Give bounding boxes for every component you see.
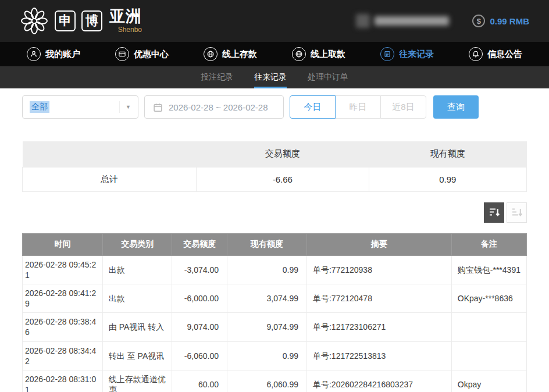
summary-total-row: 总计 -6.66 0.99 (23, 167, 527, 191)
nav-promo-center[interactable]: 优惠中心 (115, 47, 169, 61)
table-cell: 单号:772120938 (306, 255, 451, 284)
summary-header-trade-amount: 交易额度 (197, 141, 369, 167)
user-identity-redacted (356, 14, 449, 28)
nav-online-withdraw[interactable]: 线上取款 (292, 47, 345, 61)
sort-ascending-icon (511, 206, 523, 218)
summary-total-trade: -6.66 (197, 167, 369, 191)
balance-amount: 0.99 RMB (490, 16, 529, 26)
table-cell: 60.00 (172, 370, 227, 392)
table-cell: 3,074.99 (227, 284, 306, 312)
summary-table: 交易额度 现有额度 总计 -6.66 0.99 (22, 141, 527, 192)
table-cell: 9,074.99 (227, 313, 306, 341)
nav-my-account[interactable]: 我的账户 (27, 47, 80, 61)
col-header-summary: 摘要 (306, 233, 451, 255)
table-cell: 由 PA视讯 转入 (102, 313, 172, 341)
transactions-tbody: 2026-02-28 09:45:21出款-3,074.000.99单号:772… (23, 255, 527, 392)
transaction-record-icon (380, 47, 394, 61)
table-cell: Okpay (451, 370, 526, 392)
nav-label: 线上存款 (222, 49, 257, 60)
table-cell: 单号:202602284216803237 (306, 370, 451, 392)
table-cell: 2026-02-28 09:45:21 (23, 255, 103, 284)
table-cell: 2026-02-28 08:34:42 (23, 341, 103, 370)
bell-icon (469, 47, 483, 61)
col-header-trade-amount: 交易额度 (172, 233, 227, 255)
table-cell: 2026-02-28 09:38:46 (23, 313, 103, 341)
summary-total-balance: 0.99 (369, 167, 526, 191)
summary-header-current-balance: 现有额度 (369, 141, 526, 167)
nav-label: 线上取款 (311, 49, 345, 60)
table-row: 2026-02-28 08:34:42转出 至 PA视讯-6,060.000.9… (23, 341, 527, 370)
col-header-time: 时间 (23, 233, 103, 255)
tab-transaction-records[interactable]: 往来记录 (254, 66, 287, 88)
table-cell: 9,074.00 (172, 313, 227, 341)
table-row: 2026-02-28 09:45:21出款-3,074.000.99单号:772… (23, 255, 527, 284)
withdraw-globe-icon (292, 47, 306, 61)
table-cell: OKpay-***8636 (451, 284, 526, 312)
deposit-globe-icon (204, 47, 218, 61)
sort-descending-button[interactable] (484, 202, 504, 223)
summary-total-label: 总计 (23, 167, 197, 191)
date-range-input[interactable]: 2026-02-28 ~ 2026-02-28 (144, 95, 284, 119)
summary-header-empty (23, 141, 197, 167)
yesterday-button[interactable]: 昨日 (335, 95, 381, 119)
flower-logo-icon (20, 6, 49, 35)
chevron-down-icon: ▼ (119, 101, 131, 113)
transactions-table: 时间 交易类别 交易额度 现有额度 摘要 备注 2026-02-28 09:45… (22, 233, 527, 392)
quick-range-group: 今日 昨日 近8日 (290, 95, 426, 119)
col-header-current-balance: 现有额度 (227, 233, 306, 255)
filter-bar: 全部 ▼ 2026-02-28 ~ 2026-02-28 今日 昨日 近8日 查… (0, 88, 549, 119)
logo: 申 博 亚洲 Shenbo (20, 6, 142, 35)
username-redacted (375, 16, 449, 26)
date-range-value: 2026-02-28 ~ 2026-02-28 (169, 102, 268, 112)
table-cell: 出款 (102, 255, 172, 284)
sort-controls (22, 202, 527, 223)
table-row: 2026-02-28 08:31:01线上存款通道优惠60.006,060.99… (23, 370, 527, 392)
top-header: 申 博 亚洲 Shenbo $ 0.99 RMB (0, 0, 549, 42)
balance: $ 0.99 RMB (472, 15, 529, 27)
col-header-remark: 备注 (451, 233, 526, 255)
search-button[interactable]: 查询 (433, 95, 479, 119)
table-cell: 0.99 (227, 341, 306, 370)
tab-pending-orders[interactable]: 处理中订单 (308, 66, 348, 88)
table-cell: 2026-02-28 09:41:29 (23, 284, 103, 312)
table-cell: 单号:121722513813 (306, 341, 451, 370)
avatar (356, 14, 370, 28)
nav-label: 信息公告 (487, 49, 522, 60)
nav-label: 优惠中心 (134, 49, 169, 60)
record-subtabs: 投注纪录 往来记录 处理中订单 (0, 66, 549, 88)
table-row: 2026-02-28 09:38:46由 PA视讯 转入9,074.009,07… (23, 313, 527, 341)
last-8-days-button[interactable]: 近8日 (380, 95, 426, 119)
table-cell: 购宝钱包-***4391 (451, 255, 526, 284)
calendar-icon (153, 102, 163, 112)
table-cell (451, 341, 526, 370)
table-cell: -3,074.00 (172, 255, 227, 284)
table-cell: 单号:772120478 (306, 284, 451, 312)
user-icon (27, 47, 41, 61)
sort-descending-icon (489, 206, 500, 218)
table-row: 2026-02-28 09:41:29出款-6,000.003,074.99单号… (23, 284, 527, 312)
nav-online-deposit[interactable]: 线上存款 (204, 47, 257, 61)
dollar-icon: $ (472, 15, 485, 27)
table-cell: -6,060.00 (172, 341, 227, 370)
type-select[interactable]: 全部 ▼ (22, 95, 138, 119)
sort-ascending-button[interactable] (507, 202, 527, 223)
nav-transaction-records[interactable]: 往来记录 (380, 47, 434, 61)
main-nav: 我的账户 优惠中心 线上存款 线上取款 往来记录 信息公告 (0, 42, 549, 66)
table-cell: 出款 (102, 284, 172, 312)
table-cell: 单号:121723106271 (306, 313, 451, 341)
logo-region: 亚洲 (109, 9, 142, 24)
nav-label: 往来记录 (399, 49, 434, 60)
table-cell: 2026-02-28 08:31:01 (23, 370, 103, 392)
col-header-type: 交易类别 (102, 233, 172, 255)
nav-announcements[interactable]: 信息公告 (469, 47, 522, 61)
logo-char-shen: 申 (55, 10, 76, 31)
today-button[interactable]: 今日 (290, 95, 336, 119)
table-cell: 转出 至 PA视讯 (102, 341, 172, 370)
tab-bet-records[interactable]: 投注纪录 (201, 66, 233, 88)
summary-header-row: 交易额度 现有额度 (23, 141, 527, 167)
table-cell: 6,060.99 (227, 370, 306, 392)
table-cell: 0.99 (227, 255, 306, 284)
promo-card-icon (115, 47, 129, 61)
table-cell: 线上存款通道优惠 (102, 370, 172, 392)
type-select-value: 全部 (30, 101, 49, 113)
